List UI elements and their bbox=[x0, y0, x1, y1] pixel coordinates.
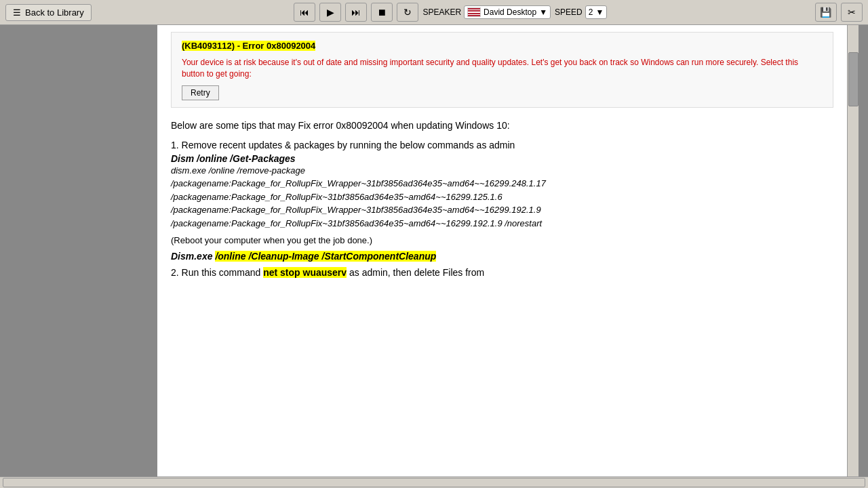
error-title: (KB4093112) - Error 0x80092004 bbox=[182, 39, 823, 52]
speed-section: SPEED 2 ▼ bbox=[555, 5, 607, 19]
scrollbar-area: (KB4093112) - Error 0x80092004 Your devi… bbox=[157, 25, 859, 476]
scroll-thumb[interactable] bbox=[848, 52, 859, 106]
error-body-text: Your device is at risk because it's out … bbox=[182, 57, 823, 80]
chevron-down-icon: ▼ bbox=[595, 7, 604, 17]
flag-icon bbox=[467, 7, 481, 17]
menu-icon: ☰ bbox=[13, 7, 21, 18]
top-bar: ☰ Back to Library ⏮ ▶ ⏭ ⏹ ↻ SPEAKER Davi… bbox=[0, 0, 868, 25]
step2-text: 2. Run this command net stop wuauserv as… bbox=[171, 267, 833, 278]
prev-button[interactable]: ⏮ bbox=[294, 3, 315, 22]
play-button[interactable]: ▶ bbox=[319, 3, 341, 22]
step2-highlighted: net stop wuauserv bbox=[263, 267, 347, 278]
dism-cleanup-prefix: Dism.exe bbox=[171, 251, 212, 262]
speaker-label: SPEAKER bbox=[422, 7, 461, 17]
content-scroll[interactable]: (KB4093112) - Error 0x80092004 Your devi… bbox=[157, 25, 847, 476]
back-to-library-button[interactable]: ☰ Back to Library bbox=[5, 4, 92, 21]
dism-cleanup-line: Dism.exe /online /Cleanup-Image /StartCo… bbox=[171, 251, 833, 262]
main-area: (KB4093112) - Error 0x80092004 Your devi… bbox=[0, 25, 868, 476]
speed-dropdown[interactable]: 2 ▼ bbox=[585, 5, 608, 19]
chevron-down-icon: ▼ bbox=[539, 7, 547, 17]
retry-button[interactable]: Retry bbox=[182, 85, 219, 100]
settings-icon-button[interactable]: ✂ bbox=[841, 3, 863, 22]
step1-heading: 1. Remove recent updates & packages by r… bbox=[171, 140, 833, 150]
error-box: (KB4093112) - Error 0x80092004 Your devi… bbox=[171, 32, 833, 108]
command-block: dism.exe /online /remove-package /packag… bbox=[171, 164, 833, 230]
sidebar-left bbox=[0, 25, 157, 476]
next-button[interactable]: ⏭ bbox=[345, 3, 367, 22]
sidebar-right bbox=[859, 25, 868, 476]
step2-start: 2. Run this command bbox=[171, 267, 260, 278]
speed-value: 2 bbox=[589, 7, 593, 17]
right-icons: 💾 ✂ bbox=[815, 3, 863, 22]
vertical-scrollbar[interactable] bbox=[847, 25, 859, 476]
save-icon-button[interactable]: 💾 bbox=[815, 3, 837, 22]
stop-button[interactable]: ⏹ bbox=[371, 3, 393, 22]
step2-rest: as admin, then delete Files from bbox=[349, 267, 484, 278]
back-to-library-label: Back to Library bbox=[25, 7, 84, 18]
intro-text: Below are some tips that may Fix error 0… bbox=[171, 118, 833, 133]
speaker-dropdown[interactable]: David Desktop ▼ bbox=[464, 5, 551, 19]
error-title-text: (KB4093112) - Error 0x80092004 bbox=[182, 41, 315, 51]
speaker-name: David Desktop bbox=[484, 7, 536, 17]
content-wrapper: (KB4093112) - Error 0x80092004 Your devi… bbox=[157, 25, 859, 476]
reboot-note: (Reboot your computer when you get the j… bbox=[171, 235, 833, 245]
dism-cleanup-highlighted: /online /Cleanup-Image /StartComponentCl… bbox=[215, 251, 436, 262]
speed-label: SPEED bbox=[555, 7, 583, 17]
playback-controls: ⏮ ▶ ⏭ ⏹ ↻ SPEAKER David Desktop ▼ SPEED … bbox=[294, 3, 607, 22]
speaker-section: SPEAKER David Desktop ▼ bbox=[422, 5, 551, 19]
refresh-button[interactable]: ↻ bbox=[397, 3, 418, 22]
dism-get-packages: Dism /online /Get-Packages bbox=[171, 153, 833, 164]
bottom-bar bbox=[0, 476, 868, 488]
horizontal-scrollbar[interactable] bbox=[3, 478, 865, 487]
